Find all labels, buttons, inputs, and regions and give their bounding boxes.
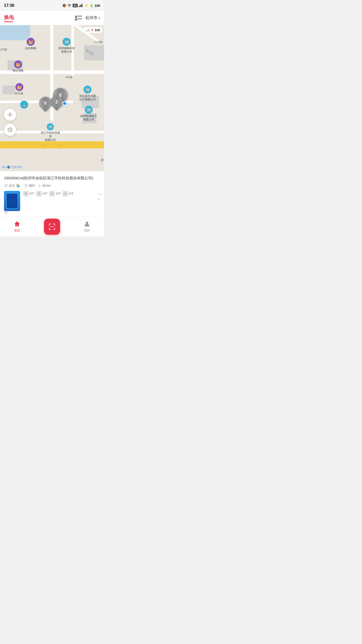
road-yellow: ← → (0, 141, 104, 148)
svg-rect-1 (80, 5, 80, 7)
nav-mine[interactable]: 我的 (79, 220, 95, 233)
tag-distance: ▷ 46.0m (39, 184, 51, 187)
poi-label-haoyouduo: 好又多 (15, 92, 23, 95)
station-info-card: 299280014(杭州市余杭区浙江宇松科技股份有限公司) 🕐 全天 🏪 🕐 预… (0, 171, 104, 216)
station-content: 换 0个 充 0个 充 0个 充 0个 – – (4, 191, 100, 211)
station-title: 299280014(杭州市余杭区浙江宇松科技股份有限公司) (4, 175, 100, 181)
station-tags-row: 🕐 全天 🏪 🕐 预约 ▷ 46.0m (4, 184, 100, 188)
baidu-watermark: Bai 🔵 百度地图 (2, 165, 22, 169)
poi-yusong[interactable]: 🏢 浙江宇松科技股份有限公司 (40, 123, 60, 142)
tag-reservation: 🕐 预约 (24, 184, 35, 188)
slot-item-4: 充 0个 (63, 191, 74, 196)
signal-icon (79, 4, 83, 8)
poi-label-shiji: 世纪华联 (13, 69, 24, 72)
poi-shijihuanlian[interactable]: 🧺 世纪华联 (13, 60, 24, 72)
svg-rect-3 (82, 4, 82, 7)
slot-icon-4: 充 (63, 191, 68, 196)
card-right: – – (98, 191, 100, 202)
poi-label-shenzhen: 深圳城铄科技有限公司 (58, 46, 75, 54)
mute-icon: 🔕 (62, 4, 66, 7)
building-label-21: 21号楼 (94, 40, 103, 44)
slot-icon-2: 充 (36, 191, 42, 196)
app-header: 换电 杭州市 ▾ (0, 11, 104, 25)
home-icon (14, 220, 21, 227)
svg-rect-4 (75, 16, 77, 18)
nav-home[interactable]: 首页 (10, 220, 25, 233)
pin-marker-0[interactable]: 0 (39, 97, 52, 111)
slot-count-2: 0个 (43, 191, 48, 196)
svg-rect-7 (78, 18, 82, 19)
signal-chart (86, 28, 89, 32)
slot-item-3: 充 0个 (49, 191, 61, 196)
page-indicator: 50 (4, 211, 7, 214)
svg-rect-2 (81, 5, 81, 7)
slot-icon-1: 换 (23, 191, 29, 196)
slot-item-2: 充 0个 (36, 191, 48, 196)
grid-list-button[interactable] (74, 15, 82, 22)
svg-rect-16 (55, 224, 55, 226)
svg-rect-21 (50, 226, 54, 227)
svg-rect-0 (79, 6, 79, 7)
slot-count-3: 0个 (56, 191, 61, 196)
tag-distance-label: 46.0m (42, 184, 51, 187)
location-button[interactable] (4, 109, 16, 121)
slot-icon-3: 充 (49, 191, 55, 196)
svg-point-22 (86, 222, 88, 224)
signal-overlay: ✕ 100 (84, 27, 102, 33)
tag-reservation-label: 预约 (29, 184, 35, 188)
shop-icon: 🏪 (16, 184, 20, 187)
charging-icon: ⚡ (84, 4, 88, 8)
poi-label-hangzhou: 杭州智源电子有限公司 (80, 114, 98, 122)
dash-label: – (98, 191, 100, 196)
nav-scan-button[interactable] (44, 219, 60, 235)
poi-label-pinquan: 品全购物 (25, 46, 36, 50)
wifi-icon (67, 4, 72, 8)
person-icon (83, 220, 90, 227)
status-bar: 17:30 🔕 4G ⚡ 🔋 100 (0, 0, 104, 11)
station-address: (杭州市余杭区浙江宇松科技股份有限公司) (23, 176, 93, 180)
status-icons: 🔕 4G ⚡ 🔋 100 (62, 4, 100, 8)
tag-allday-label: 全天 (9, 184, 15, 188)
poi-label-yusong: 浙江宇松科技股份有限公司 (40, 131, 60, 142)
slot-item-1: 换 0个 (23, 191, 35, 196)
tag-allday: 🕐 全天 🏪 (4, 184, 20, 188)
city-name: 杭州市 (85, 15, 98, 21)
svg-rect-20 (55, 228, 55, 230)
poi-label-zhejiang: 浙江浙大方圆化工有限公司 (78, 94, 97, 101)
signal-value: 100 (95, 28, 100, 32)
nav-icon: ▷ (39, 184, 41, 187)
page-title: 换电 (4, 14, 14, 21)
station-image (4, 191, 20, 211)
slot-count-4: 0个 (69, 191, 74, 196)
station-img-inner (6, 193, 18, 209)
building-label-2: 2号楼 (0, 48, 7, 51)
poi-hangzhouzy[interactable]: 🏢 杭州智源电子有限公司 (80, 106, 98, 122)
status-time: 17:30 (4, 3, 14, 8)
nav-home-label: 首页 (14, 228, 20, 233)
pin-marker-2[interactable]: 2 (50, 96, 63, 109)
poi-pinquangouwu[interactable]: 🧺 品全购物 (25, 38, 36, 50)
scan-icon (48, 223, 56, 231)
header-left: 换电 (4, 14, 14, 22)
city-selector[interactable]: 杭州市 ▾ (85, 15, 100, 21)
slots-grid: 换 0个 充 0个 充 0个 充 0个 (23, 191, 95, 196)
svg-rect-14 (49, 224, 50, 226)
battery-level: 100 (95, 4, 100, 8)
chevron-down-icon: ▾ (99, 16, 100, 20)
poi-shenzhencs[interactable]: 🏢 深圳城铄科技有限公司 (58, 38, 75, 54)
header-right: 杭州市 ▾ (74, 15, 100, 22)
clock2-icon: 🕐 (24, 184, 28, 187)
4g-icon: 4G (73, 4, 78, 7)
svg-point-8 (9, 114, 11, 116)
history-button[interactable] (4, 124, 16, 136)
dash-label-2: – (98, 196, 100, 202)
poi-haoyouduo[interactable]: 🧺 好又多 (15, 83, 23, 95)
bus-stop-icon: 🚌 (20, 101, 28, 109)
nav-mine-label: 我的 (84, 228, 90, 233)
title-underline (4, 21, 13, 22)
svg-rect-18 (49, 228, 50, 230)
map-area[interactable]: ← → 🧺 品全购物 🧺 世纪华联 🧺 好又多 🏢 深圳城铄科技有限公司 🏢 浙… (0, 25, 104, 171)
poi-zhejiangzdfyh[interactable]: 🏢 浙江浙大方圆化工有限公司 (78, 86, 97, 101)
clock-icon: 🕐 (4, 184, 8, 187)
building-block-5 (3, 86, 15, 94)
